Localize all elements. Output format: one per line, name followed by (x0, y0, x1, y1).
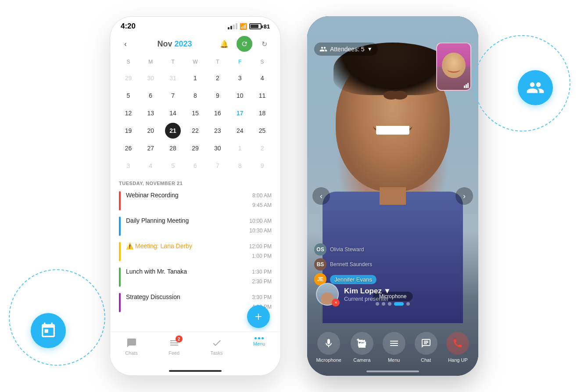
tab-menu[interactable]: Menu (238, 337, 280, 346)
cal-date[interactable]: 5 (120, 88, 136, 103)
tab-bar: Chats 2 Feed Tasks (110, 331, 280, 375)
small-video-thumbnail[interactable] (436, 43, 471, 91)
cal-date[interactable]: 30 (210, 140, 226, 156)
status-icons: 📶 81 (228, 23, 270, 30)
cal-date-today[interactable]: 21 (165, 123, 181, 139)
cal-date[interactable]: 3 (120, 158, 136, 174)
cal-date[interactable]: 16 (210, 105, 226, 121)
cal-date[interactable]: 23 (210, 123, 226, 139)
calendar-dates[interactable]: 29 30 31 1 2 3 4 5 6 7 8 9 10 11 12 13 1… (117, 70, 273, 174)
cal-date[interactable]: 2 (255, 140, 270, 156)
next-participant-button[interactable]: › (455, 187, 473, 205)
event-bar-yellow (119, 242, 121, 261)
cal-date[interactable]: 27 (143, 140, 158, 156)
cal-date[interactable]: 6 (143, 88, 158, 103)
cal-date[interactable]: 1 (232, 140, 248, 156)
cal-date[interactable]: 10 (232, 88, 248, 103)
event-item[interactable]: Strategy Discussion 3:30 PM4:30 PM (119, 293, 272, 312)
event-item[interactable]: ⚠️Meeting: Lana Derby 12:00 PM1:00 PM (119, 242, 272, 261)
cal-date[interactable]: 2 (210, 70, 226, 86)
cal-date[interactable]: 26 (120, 140, 136, 156)
participant-avatar: BS (314, 258, 326, 271)
cal-date[interactable]: 6 (187, 158, 203, 174)
menu-label: Menu (388, 357, 400, 363)
hangup-action[interactable]: Hang UP (446, 332, 469, 363)
cal-date[interactable]: 24 (232, 123, 248, 139)
attendees-badge[interactable]: Attendees: 5 ▼ (314, 43, 378, 56)
cal-date[interactable]: 29 (120, 70, 136, 86)
event-item[interactable]: Daily Planning Meeting 10:00 AM10:30 AM (119, 217, 272, 236)
cal-date[interactable]: 5 (165, 158, 181, 174)
check-icon (212, 338, 222, 348)
battery-icon (249, 23, 262, 29)
cal-date[interactable]: 20 (143, 123, 158, 139)
menu-action[interactable]: Menu (383, 332, 405, 363)
camera-action[interactable]: Camera (351, 332, 373, 363)
participant-row: OS Olivia Steward (314, 243, 376, 256)
event-time: 8:00 AM9:45 AM (252, 191, 272, 210)
warning-icon: ⚠️ (126, 242, 133, 249)
event-bar-blue (119, 217, 121, 236)
cal-date[interactable]: 29 (187, 140, 203, 156)
cal-date[interactable]: 22 (187, 123, 203, 139)
menu-label: Menu (253, 341, 265, 346)
cal-date[interactable]: 15 (187, 105, 203, 121)
cal-date[interactable]: 13 (143, 105, 158, 121)
prev-participant-button[interactable]: ‹ (312, 187, 330, 205)
participant-name: Olivia Steward (330, 246, 364, 253)
cal-date[interactable]: 7 (165, 88, 181, 103)
calendar-header: ‹ Nov 2023 🔔 ↻ (110, 32, 280, 57)
cal-date[interactable]: 8 (187, 88, 203, 103)
microphone-action[interactable]: Microphone (316, 332, 341, 363)
cal-date[interactable]: 18 (255, 105, 270, 121)
camera-icon (351, 332, 373, 355)
event-item[interactable]: Lunch with Mr. Tanaka 1:30 PM2:30 PM (119, 267, 272, 287)
home-indicator-2 (366, 371, 419, 372)
cal-date[interactable]: 9 (255, 158, 270, 174)
status-bar-1: 4:20 📶 81 (110, 17, 280, 32)
event-bar-green (119, 267, 121, 287)
fab-add-button[interactable]: + (247, 305, 270, 328)
group-chat-floating-icon[interactable] (518, 70, 553, 105)
cal-date[interactable]: 4 (143, 158, 158, 174)
signal-icon (228, 23, 237, 29)
calendar-floating-icon[interactable] (31, 313, 66, 348)
battery-percent: 81 (264, 23, 270, 30)
days-header: S M T W T F S (117, 57, 273, 67)
cal-date[interactable]: 1 (187, 70, 203, 86)
cal-date[interactable]: 17 (232, 105, 248, 121)
prev-month-button[interactable]: ‹ (119, 37, 132, 50)
cal-date[interactable]: 30 (143, 70, 158, 86)
cal-date[interactable]: 31 (165, 70, 181, 86)
chevron-down-icon: ▼ (384, 287, 391, 296)
tab-tasks[interactable]: Tasks (195, 337, 238, 356)
phone-video-call: Attendees: 5 ▼ ‹ › (307, 16, 478, 376)
phone-calendar: 4:20 📶 81 ‹ Nov 2023 (110, 16, 281, 376)
add-event-icon[interactable] (237, 36, 252, 52)
cal-date[interactable]: 12 (120, 105, 136, 121)
cal-date[interactable]: 25 (255, 123, 270, 139)
events-section: TUESDAY, NOVEMBER 21 Webinar Recording 8… (110, 174, 280, 312)
hangup-icon (446, 332, 469, 355)
cal-date[interactable]: 28 (165, 140, 181, 156)
notification-icon[interactable]: 🔔 (217, 37, 231, 51)
cal-date[interactable]: 8 (232, 158, 248, 174)
chat-action[interactable]: Chat (415, 332, 437, 363)
tasks-label: Tasks (210, 350, 222, 356)
presenter-info: Kim Lopez ▼ Current presenter (344, 287, 470, 302)
tab-feed[interactable]: 2 Feed (153, 337, 195, 356)
sync-icon[interactable]: ↻ (258, 37, 272, 51)
presenter-avatar-container: ✕ (316, 283, 339, 306)
cal-date[interactable]: 19 (120, 123, 136, 139)
cal-date[interactable]: 3 (232, 70, 248, 86)
cal-date[interactable]: 7 (210, 158, 226, 174)
event-title-orange: ⚠️Meeting: Lana Derby (126, 242, 249, 250)
event-item[interactable]: Webinar Recording 8:00 AM9:45 AM (119, 191, 272, 210)
event-content: Webinar Recording (126, 191, 252, 199)
cal-date[interactable]: 9 (210, 88, 226, 103)
chevron-down-icon: ▼ (367, 46, 373, 52)
tab-chats[interactable]: Chats (110, 337, 153, 356)
cal-date[interactable]: 11 (255, 88, 270, 103)
cal-date[interactable]: 14 (165, 105, 181, 121)
cal-date[interactable]: 4 (255, 70, 270, 86)
